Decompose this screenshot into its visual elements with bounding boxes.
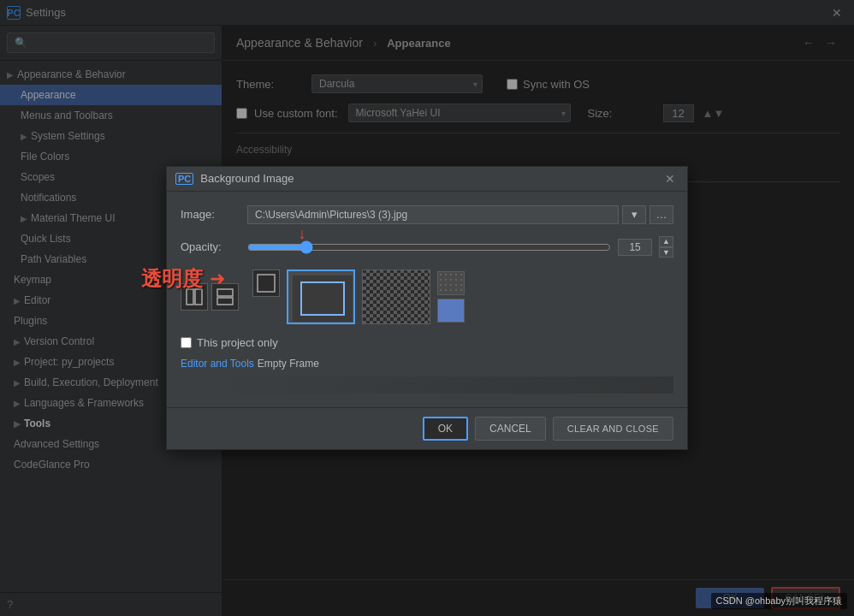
preview-area (181, 270, 673, 324)
svg-rect-4 (258, 275, 275, 292)
opacity-slider-wrapper: ↓ ▲ ▼ (247, 236, 673, 258)
background-image-dialog: PC Background Image ✕ Image: ▾ … Opacity… (166, 166, 688, 451)
right-preview-group (437, 271, 465, 323)
opacity-stepper: ▲ ▼ (659, 236, 673, 258)
opacity-down-button[interactable]: ▼ (659, 247, 673, 258)
editor-tools-link[interactable]: Editor and Tools (181, 358, 254, 370)
opacity-value-input[interactable] (618, 239, 652, 256)
dialog-clear-close-button[interactable]: CLEAR AND CLOSE (553, 417, 673, 441)
dialog-titlebar: PC Background Image ✕ (167, 167, 687, 192)
opacity-up-button[interactable]: ▲ (659, 236, 673, 247)
dialog-ok-button[interactable]: OK (423, 417, 468, 441)
project-only-checkbox[interactable] (181, 337, 192, 348)
preview-box-right1[interactable] (437, 271, 465, 295)
opacity-row: Opacity: ↓ ▲ ▼ (181, 236, 673, 258)
svg-rect-2 (217, 289, 233, 296)
image-field: Image: ▾ … (181, 205, 673, 224)
preview-box-stretch[interactable] (252, 270, 280, 297)
dialog-body: Image: ▾ … Opacity: ↓ (167, 192, 687, 408)
image-browse-button[interactable]: ▾ (622, 205, 646, 224)
opacity-label: Opacity: (181, 240, 240, 253)
slider-container: ↓ (247, 240, 611, 254)
center-preview-group (252, 270, 430, 324)
image-label: Image: (181, 208, 240, 221)
empty-frame-label: Empty Frame (258, 358, 319, 370)
image-path-input[interactable] (247, 205, 619, 224)
svg-rect-1 (195, 289, 202, 305)
dialog-app-icon: PC (175, 173, 193, 185)
editor-tools-row: Editor and Tools Empty Frame (181, 358, 673, 370)
layout-preview-group (181, 283, 239, 311)
opacity-slider[interactable] (247, 240, 611, 254)
preview-box-layout1[interactable] (181, 283, 208, 311)
preview-box-layout2[interactable] (211, 283, 239, 311)
preview-box-main[interactable] (287, 270, 355, 324)
dialog-cancel-button[interactable]: CANCEL (475, 417, 546, 441)
dialog-overlay: 透明度 ➜ PC Background Image ✕ Image: ▾ … (0, 0, 854, 616)
dialog-title: Background Image (200, 172, 655, 185)
svg-rect-3 (217, 298, 233, 305)
dialog-footer: OK CANCEL CLEAR AND CLOSE (167, 407, 687, 449)
dialog-close-button[interactable]: ✕ (661, 172, 679, 186)
svg-rect-0 (187, 289, 193, 305)
preview-box-checker[interactable] (362, 270, 430, 324)
project-only-label: This project only (197, 336, 278, 349)
image-extra-button[interactable]: … (649, 205, 673, 224)
image-input-wrapper: ▾ … (247, 205, 673, 224)
project-only-row: This project only (181, 336, 673, 349)
blurred-row-indicator (181, 376, 673, 394)
watermark: CSDN @ohbaby别叫我程序猿 (711, 593, 847, 609)
preview-box-right2[interactable] (437, 299, 465, 323)
